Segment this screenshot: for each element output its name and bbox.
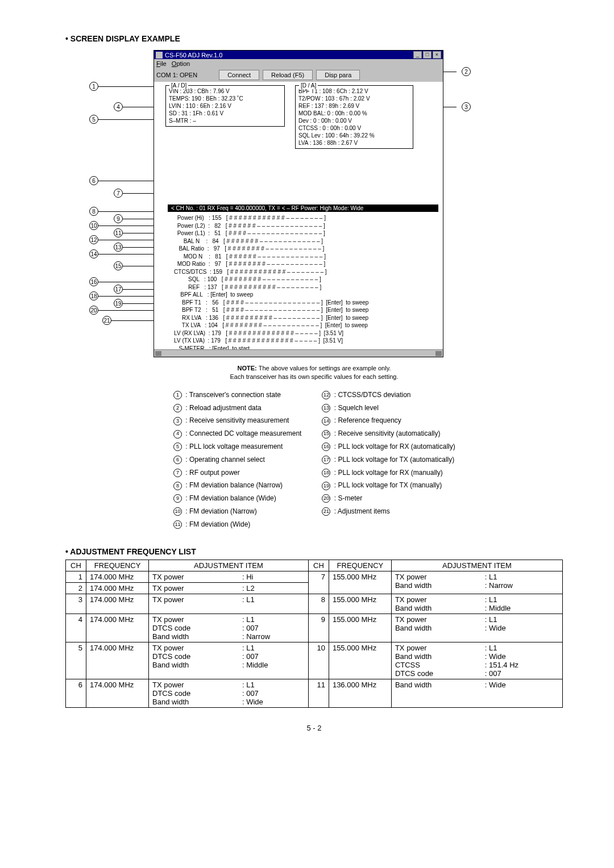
list-row: Power (Hi) : 155 [ # # # # # # # # # # #… (168, 214, 438, 222)
client-area: [A / D] VIN : 203 : CBh : 7.96 V TEMPS: … (154, 82, 443, 357)
cell: TX powerBand width (391, 594, 481, 614)
cell: TX powerDTCS codeBand width (149, 642, 239, 679)
list-row: RX LVA : 136 [ # # # # # # # # # # – – –… (168, 314, 438, 322)
cell: : L1 (239, 594, 308, 614)
da-line: Dev : 0 : 00h : 0.00 V (298, 117, 410, 124)
da-line: T2/POW : 103 : 67h : 2.02 V (298, 95, 410, 102)
da-line: REF : 137 : 89h : 2.69 V (298, 102, 410, 110)
cell: 174.000 MHz (86, 679, 149, 707)
callout-5: 5 (89, 115, 98, 124)
callout-4: 4 (114, 102, 123, 111)
callout-8: 8 (89, 207, 98, 216)
adjustment-list: Power (Hi) : 155 [ # # # # # # # # # # #… (168, 214, 438, 352)
callout-20: 20 (89, 306, 98, 315)
reload-button[interactable]: Reload (F5) (263, 70, 313, 80)
th-freq: FREQUENCY (329, 560, 391, 571)
callout-13: 13 (114, 243, 123, 252)
cell: Band width (391, 679, 481, 707)
cell: 10 (308, 642, 329, 679)
list-row: TX LVA : 104 [ # # # # # # # # – – – – –… (168, 322, 438, 329)
cell: : L1: Middle (482, 594, 563, 614)
cell: 174.000 MHz (86, 582, 149, 594)
titlebar: CS-F50 ADJ Rev.1.0 _ □ × (154, 51, 443, 59)
cell: 174.000 MHz (86, 642, 149, 679)
list-row: BAL Ratio : 97 [ # # # # # # # # – – – –… (168, 245, 438, 253)
cell: 6 (66, 679, 86, 707)
th-adj: ADJUSTMENT ITEM (149, 560, 309, 571)
callout-7: 7 (114, 189, 123, 198)
cell: : L1: 007: Narrow (239, 614, 308, 642)
cell: TX power (149, 571, 239, 582)
ad-line: LVIN : 110 : 6Eh : 2.16 V (169, 102, 281, 110)
callout-14: 14 (89, 249, 98, 258)
list-row: MOD N : 81 [ # # # # # # – – – – – – – –… (168, 253, 438, 261)
list-row: Power (L2) : 82 [ # # # # # # – – – – – … (168, 222, 438, 230)
list-row: Power (L1) : 51 [ # # # # – – – – – – – … (168, 229, 438, 237)
da-line: MOD BAL: 0 : 00h : 0.00 % (298, 110, 410, 117)
callout-19: 19 (114, 299, 123, 308)
cell: 8 (308, 594, 329, 614)
callout-12: 12 (89, 235, 98, 244)
status-bar: < CH No. : 01 RX Freq = 400.000000, TX =… (168, 205, 438, 212)
cell: 4 (66, 614, 86, 642)
legend-left: 1 : Transceiver's connection state2 : Re… (173, 389, 301, 531)
cell: 1 (66, 571, 86, 582)
menu-bar[interactable]: File Option (154, 59, 443, 68)
cell: : Wide (482, 679, 563, 707)
ad-line: S–MTR : – (169, 117, 281, 124)
cell: 174.000 MHz (86, 594, 149, 614)
cell: TX powerDTCS codeBand width (149, 679, 239, 707)
callout-18: 18 (89, 291, 98, 301)
menu-file[interactable]: File (156, 60, 167, 67)
cell: 155.000 MHz (329, 642, 391, 679)
toolbar: COM 1: OPEN Connect Reload (F5) Disp par… (154, 68, 443, 82)
callout-6: 6 (89, 176, 98, 185)
window-title: CS-F50 ADJ Rev.1.0 (165, 52, 222, 59)
com-status: COM 1: OPEN (156, 72, 197, 78)
cell: : L1: Wide (482, 614, 563, 642)
callout-15: 15 (114, 261, 123, 270)
ad-title: [A / D] (169, 82, 188, 89)
list-row: CTCS/DTCS : 159 [ # # # # # # # # # # # … (168, 268, 438, 276)
cell: : L2 (239, 582, 308, 594)
cell: 3 (66, 594, 86, 614)
cell: TX powerBand width (391, 571, 481, 594)
frequency-table: CH FREQUENCY ADJUSTMENT ITEM CH FREQUENC… (65, 560, 563, 708)
note-text: NOTE: The above values for settings are … (132, 364, 496, 382)
list-row: MOD Ratio : 97 [ # # # # # # # # – – – –… (168, 260, 438, 268)
cell: : L1: 007: Wide (239, 679, 308, 707)
list-row: BPF ALL : [Enter] to sweep (168, 291, 438, 299)
callout-9: 9 (114, 214, 123, 223)
cell: 155.000 MHz (329, 571, 391, 594)
callout-11: 11 (114, 228, 123, 237)
list-row: LV (RX LVA) : 179 [ # # # # # # # # # # … (168, 329, 438, 337)
cell: TX powerDTCS codeBand width (149, 614, 239, 642)
minimize-button[interactable]: _ (413, 51, 422, 59)
horizontal-scrollbar[interactable] (154, 349, 443, 357)
cell: 136.000 MHz (329, 679, 391, 707)
menu-option[interactable]: Option (172, 60, 190, 67)
da-panel: [D / A] BPF T1 : 108 : 6Ch : 2.12 V T2/P… (295, 85, 413, 149)
cell: TX powerBand widthCTCSSDTCS code (391, 642, 481, 679)
th-adj: ADJUSTMENT ITEM (391, 560, 562, 571)
close-button[interactable]: × (433, 51, 441, 59)
cell: TX power (149, 582, 239, 594)
cell: 5 (66, 642, 86, 679)
list-row: BPF T1 : 56 [ # # # # – – – – – – – – – … (168, 299, 438, 307)
callout-3: 3 (462, 102, 471, 111)
da-line: CTCSS : 0 : 00h : 0.00 V (298, 124, 410, 132)
list-row: REF : 137 [ # # # # # # # # # # # – – – … (168, 283, 438, 291)
list-row: BPF T2 : 51 [ # # # # – – – – – – – – – … (168, 306, 438, 314)
callout-21: 21 (102, 316, 111, 325)
da-line: SQL Lev : 100 : 64h : 39.22 % (298, 132, 410, 139)
th-ch: CH (66, 560, 86, 571)
cell: 9 (308, 614, 329, 642)
cell: 155.000 MHz (329, 614, 391, 642)
connect-button[interactable]: Connect (219, 70, 259, 80)
disp-para-button[interactable]: Disp para (316, 70, 360, 80)
ad-line: SD : 31 : 1Fh : 0.61 V (169, 110, 281, 117)
maximize-button[interactable]: □ (423, 51, 432, 59)
callout-1: 1 (89, 82, 98, 91)
cell: TX powerBand width (391, 614, 481, 642)
app-icon (156, 52, 163, 59)
